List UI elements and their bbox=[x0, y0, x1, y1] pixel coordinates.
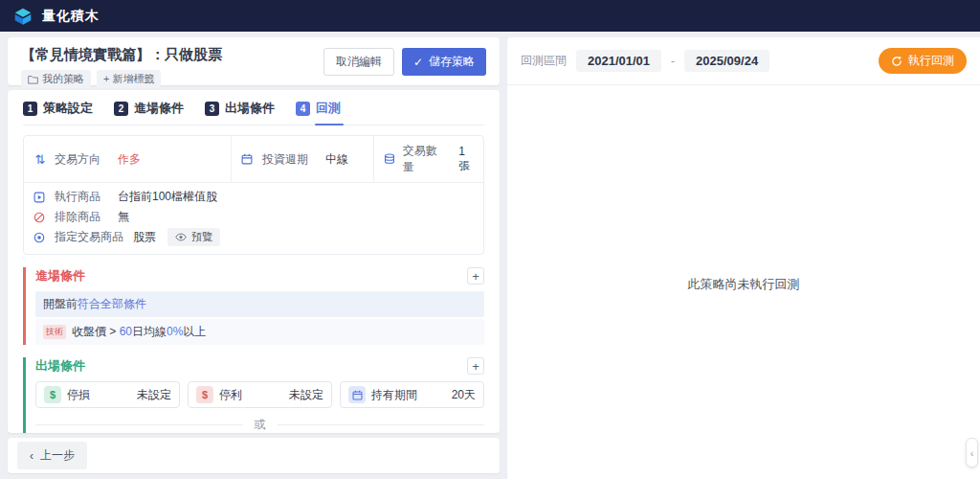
specified-product-value: 股票 bbox=[133, 229, 156, 245]
trade-quantity-field: 交易數量 1張 bbox=[373, 136, 483, 182]
tab-exit-conditions[interactable]: 3 出場條件 bbox=[205, 100, 275, 125]
play-square-icon bbox=[33, 192, 47, 203]
trade-direction-value: 作多 bbox=[118, 151, 141, 168]
folder-chip-label: 我的策略 bbox=[42, 72, 84, 86]
backtest-panel: 回測區間 2021/01/01 - 2025/09/24 執行回測 此策略尚未執… bbox=[507, 37, 980, 479]
exclude-product-value: 無 bbox=[118, 209, 129, 225]
target-icon bbox=[33, 232, 47, 243]
back-button-label: 上一步 bbox=[40, 447, 75, 464]
holding-period-value: 20天 bbox=[452, 387, 476, 403]
strategy-editor-panel: 【常見情境實戰篇】：只做股票 我的策略 + 新增標籤 取消編輯 ✓ 儲存策略 bbox=[8, 37, 500, 473]
step-number-badge: 3 bbox=[205, 102, 219, 116]
condition-tag-badge: 技術 bbox=[43, 325, 66, 339]
folder-icon bbox=[28, 75, 38, 84]
stop-loss-value: 未設定 bbox=[137, 387, 171, 403]
prohibit-icon bbox=[33, 212, 47, 223]
app-header: 量化積木 bbox=[0, 0, 980, 32]
invest-period-field: 投資週期 中線 bbox=[231, 136, 373, 182]
sort-arrows-icon: ⇅ bbox=[33, 152, 47, 167]
trade-quantity-value: 1張 bbox=[458, 145, 474, 174]
calendar-icon bbox=[348, 386, 366, 403]
step-number-badge: 4 bbox=[296, 102, 310, 116]
eye-icon bbox=[175, 233, 187, 241]
entry-timing-row: 開盤前符合全部條件 bbox=[35, 291, 484, 317]
app-title: 量化積木 bbox=[42, 8, 100, 25]
step-number-badge: 1 bbox=[23, 102, 37, 116]
panel-collapse-handle[interactable]: ‹ bbox=[966, 438, 978, 468]
chevron-left-icon: ‹ bbox=[30, 449, 33, 463]
chevron-left-icon: ‹ bbox=[970, 447, 974, 459]
calendar-icon bbox=[241, 153, 255, 165]
dollar-icon: $ bbox=[44, 386, 61, 403]
tab-entry-conditions[interactable]: 2 進場條件 bbox=[114, 100, 184, 125]
backtest-panel-header: 回測區間 2021/01/01 - 2025/09/24 執行回測 bbox=[507, 37, 980, 85]
back-button[interactable]: ‹ 上一步 bbox=[17, 442, 87, 469]
save-button-label: 儲存策略 bbox=[429, 54, 475, 70]
cancel-edit-button[interactable]: 取消編輯 bbox=[323, 48, 394, 76]
add-exit-condition-button[interactable]: + bbox=[467, 357, 484, 375]
backtest-start-date-input[interactable]: 2021/01/01 bbox=[576, 50, 661, 72]
or-divider: 或 bbox=[35, 417, 484, 433]
holding-period-card[interactable]: 持有期間 20天 bbox=[340, 381, 484, 408]
exit-section-title: 出場條件 bbox=[35, 357, 85, 375]
exit-conditions-section: 出場條件 + $ 停損 未設定 $ 停利 未設定 持有期 bbox=[23, 357, 484, 433]
tab-strategy-settings[interactable]: 1 策略設定 bbox=[23, 100, 93, 125]
entry-timing-link[interactable]: 符合全部條件 bbox=[78, 297, 146, 310]
dollar-icon: $ bbox=[196, 386, 213, 403]
trade-direction-field: ⇅ 交易方向 作多 bbox=[24, 136, 231, 182]
app-logo-cube-icon bbox=[13, 7, 33, 26]
exec-product-row: 執行商品 台指前100檔權值股 bbox=[33, 187, 474, 207]
step-number-badge: 2 bbox=[114, 102, 128, 116]
backtest-empty-message: 此策略尚未執行回測 bbox=[688, 276, 800, 293]
entry-section-title: 進場條件 bbox=[35, 267, 85, 285]
tab-backtest[interactable]: 4 回測 bbox=[296, 100, 341, 125]
backtest-range-label: 回測區間 bbox=[521, 53, 567, 69]
refresh-run-icon bbox=[891, 56, 902, 67]
exclude-product-row: 排除商品 無 bbox=[33, 207, 474, 227]
take-profit-card[interactable]: $ 停利 未設定 bbox=[188, 381, 332, 408]
page-title: 【常見情境實戰篇】：只做股票 bbox=[21, 46, 222, 64]
check-icon: ✓ bbox=[413, 56, 423, 69]
step-tabs: 1 策略設定 2 進場條件 3 出場條件 4 回測 bbox=[23, 100, 484, 125]
preview-button-label: 預覽 bbox=[191, 230, 212, 244]
stack-icon bbox=[384, 153, 395, 165]
my-strategy-folder-chip[interactable]: 我的策略 bbox=[21, 70, 91, 88]
save-strategy-button[interactable]: ✓ 儲存策略 bbox=[402, 48, 486, 76]
specified-product-row: 指定交易商品 股票 預覽 bbox=[33, 227, 474, 247]
strategy-config-card: 1 策略設定 2 進場條件 3 出場條件 4 回測 ⇅ 交易方向 bbox=[8, 90, 500, 433]
date-separator: - bbox=[671, 55, 675, 68]
entry-conditions-section: 進場條件 + 開盤前符合全部條件 技術收盤價 > 60日均線0%以上 bbox=[23, 267, 484, 345]
take-profit-value: 未設定 bbox=[289, 387, 323, 403]
editor-footer: ‹ 上一步 bbox=[8, 438, 500, 473]
run-backtest-button[interactable]: 執行回測 bbox=[879, 48, 967, 74]
backtest-end-date-input[interactable]: 2025/09/24 bbox=[684, 50, 769, 72]
preview-button[interactable]: 預覽 bbox=[167, 228, 220, 246]
backtest-result-area: 此策略尚未執行回測 bbox=[507, 85, 980, 479]
strategy-settings-summary: ⇅ 交易方向 作多 投資週期 中線 交易數量 1張 bbox=[23, 135, 484, 255]
entry-condition-item[interactable]: 技術收盤價 > 60日均線0%以上 bbox=[35, 319, 484, 345]
exec-product-value: 台指前100檔權值股 bbox=[118, 189, 217, 205]
run-backtest-label: 執行回測 bbox=[908, 53, 954, 69]
add-tag-button[interactable]: + 新增標籤 bbox=[97, 70, 161, 88]
strategy-title-card: 【常見情境實戰篇】：只做股票 我的策略 + 新增標籤 取消編輯 ✓ 儲存策略 bbox=[8, 37, 500, 85]
add-entry-condition-button[interactable]: + bbox=[467, 267, 484, 285]
invest-period-value: 中線 bbox=[325, 151, 348, 168]
stop-loss-card[interactable]: $ 停損 未設定 bbox=[35, 381, 180, 408]
